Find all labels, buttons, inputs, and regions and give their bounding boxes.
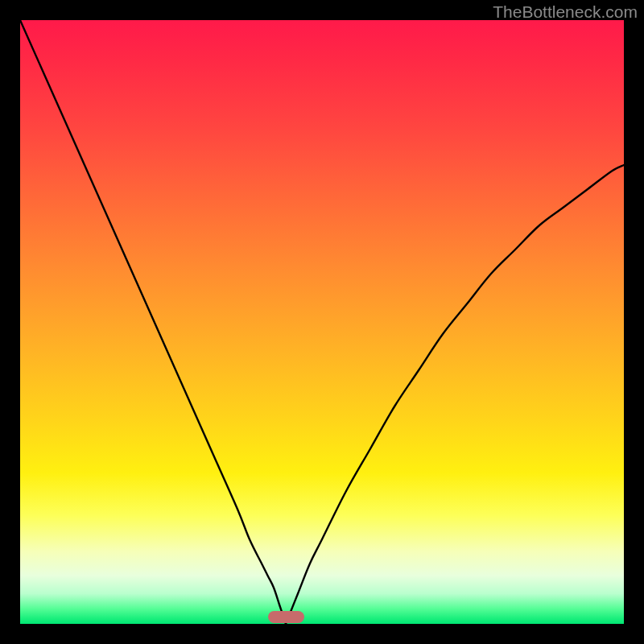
optimal-marker xyxy=(268,611,304,623)
plot-area xyxy=(20,20,624,624)
watermark-text: TheBottleneck.com xyxy=(493,2,638,22)
bottleneck-curve xyxy=(20,20,624,624)
chart-frame: TheBottleneck.com xyxy=(0,0,644,644)
